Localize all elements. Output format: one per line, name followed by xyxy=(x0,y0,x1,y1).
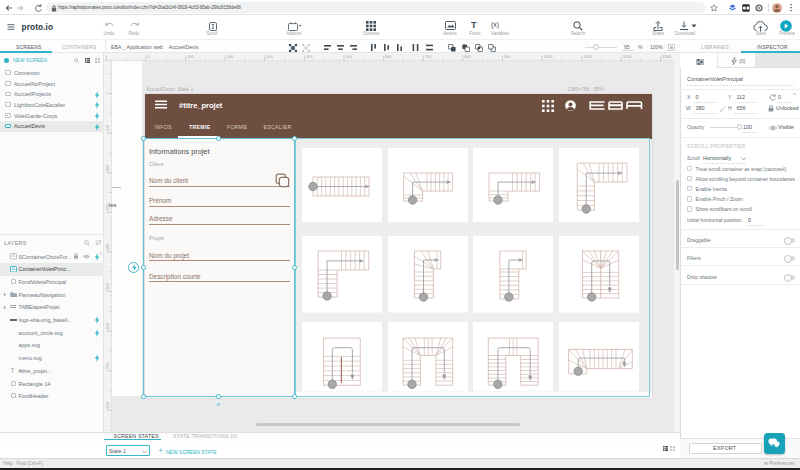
svg-text:600: 600 xyxy=(105,322,110,329)
svg-text:1200: 1200 xyxy=(623,54,633,59)
svg-text:200: 200 xyxy=(227,54,234,59)
svg-text:600: 600 xyxy=(385,54,392,59)
svg-text:500: 500 xyxy=(105,283,110,290)
svg-text:200: 200 xyxy=(105,164,110,171)
svg-text:500: 500 xyxy=(346,54,353,59)
svg-text:400: 400 xyxy=(105,243,110,250)
svg-text:1100: 1100 xyxy=(583,54,592,59)
svg-text:800: 800 xyxy=(464,54,471,59)
svg-text:700: 700 xyxy=(425,54,432,59)
svg-text:300: 300 xyxy=(266,54,273,59)
svg-text:1300: 1300 xyxy=(662,54,672,59)
svg-text:1000: 1000 xyxy=(544,54,554,59)
svg-text:400: 400 xyxy=(306,54,313,59)
svg-text:700: 700 xyxy=(105,362,110,369)
svg-text:100: 100 xyxy=(105,124,110,131)
svg-text:100: 100 xyxy=(187,54,194,59)
svg-text:900: 900 xyxy=(504,54,511,59)
svg-text:800: 800 xyxy=(105,401,110,408)
